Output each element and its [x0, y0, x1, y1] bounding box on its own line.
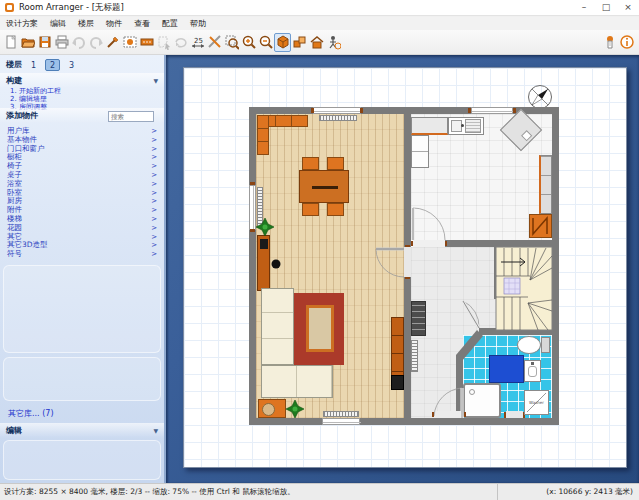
entrance-door-opening[interactable]: [434, 411, 464, 418]
new-project-button[interactable]: [2, 33, 19, 52]
undo-button[interactable]: [70, 33, 87, 52]
close-button[interactable]: ×: [617, 0, 639, 15]
menu-设计方案[interactable]: 设计方案: [0, 17, 44, 30]
kitchen-door-opening[interactable]: [413, 240, 445, 247]
radiator[interactable]: [319, 115, 357, 121]
redo-button[interactable]: [87, 33, 104, 52]
category-卧室[interactable]: 卧室>: [0, 189, 164, 198]
build-section-header[interactable]: 构建 ▼: [0, 73, 164, 88]
category-椅子[interactable]: 椅子>: [0, 162, 164, 171]
living-hall-door-opening[interactable]: [404, 247, 411, 277]
category-其它3D造型[interactable]: 其它3D造型>: [0, 241, 164, 250]
sofa[interactable]: [261, 365, 333, 398]
hall-radiator[interactable]: [411, 340, 418, 372]
window[interactable]: [313, 107, 361, 114]
shower-tray[interactable]: [463, 383, 501, 418]
wall-tool-button[interactable]: [138, 33, 155, 52]
category-厨房[interactable]: 厨房>: [0, 197, 164, 206]
other-libraries-link[interactable]: 其它库... (7): [8, 408, 54, 419]
tv[interactable]: [391, 375, 404, 390]
kitchen-window[interactable]: [471, 107, 513, 114]
window[interactable]: [322, 418, 360, 425]
kitchen-sink[interactable]: [448, 117, 484, 135]
pointer-mode-button[interactable]: [601, 33, 618, 52]
menu-编辑[interactable]: 编辑: [44, 17, 72, 30]
menu-查看[interactable]: 查看: [128, 17, 156, 30]
category-附件[interactable]: 附件>: [0, 206, 164, 215]
open-project-button[interactable]: [19, 33, 36, 52]
view-3d-button[interactable]: [274, 33, 291, 52]
shelf-unit[interactable]: [411, 301, 426, 336]
floor-button-2[interactable]: 2: [45, 59, 60, 71]
menu-帮助[interactable]: 帮助: [184, 17, 212, 30]
sofa[interactable]: [261, 288, 294, 365]
bathroom-left-wall[interactable]: [456, 355, 463, 418]
select-tool-button[interactable]: [155, 33, 172, 52]
floor-button-1[interactable]: 1: [26, 59, 41, 71]
format-brush-button[interactable]: [104, 33, 121, 52]
category-橱柜[interactable]: 橱柜>: [0, 153, 164, 162]
chair[interactable]: [302, 157, 319, 170]
objects-3d-button[interactable]: [291, 33, 308, 52]
category-楼梯[interactable]: 楼梯>: [0, 215, 164, 224]
washer[interactable]: Washer: [524, 390, 549, 415]
partition-wall[interactable]: [404, 114, 411, 247]
chair[interactable]: [302, 203, 319, 216]
design-properties-button[interactable]: [121, 33, 138, 52]
kitchen-hall-wall[interactable]: [445, 240, 552, 247]
category-花园[interactable]: 花园>: [0, 224, 164, 233]
stove[interactable]: [529, 214, 552, 238]
walkthrough-button[interactable]: [325, 33, 342, 52]
bathroom-exterior-door-opening[interactable]: [506, 411, 523, 418]
sidebar: 楼层 123 构建 ▼ 1. 开始新的工程2. 编辑墙壁3. 房间调整 添加物件…: [0, 55, 166, 483]
floor-button-3[interactable]: 3: [64, 59, 79, 71]
floor-plan[interactable]: Washer: [249, 107, 559, 425]
minimize-button[interactable]: –: [573, 0, 595, 15]
edit-section-header[interactable]: 编辑 ▼: [0, 423, 164, 438]
corner-bench[interactable]: [257, 115, 269, 155]
coffee-table[interactable]: [306, 305, 334, 352]
chair[interactable]: [327, 203, 344, 216]
save-project-button[interactable]: [36, 33, 53, 52]
zoom-out-button[interactable]: [257, 33, 274, 52]
rotate-tool-button[interactable]: [172, 33, 189, 52]
measure-tool-button[interactable]: [206, 33, 223, 52]
print-button[interactable]: [53, 33, 70, 52]
chair[interactable]: [327, 157, 344, 170]
about-button[interactable]: [618, 33, 635, 52]
window[interactable]: [249, 185, 256, 230]
toilet[interactable]: [517, 336, 541, 354]
plan-page[interactable]: Washer: [183, 67, 627, 468]
edit-panel: [3, 440, 161, 480]
category-符号[interactable]: 符号>: [0, 250, 164, 259]
maximize-button[interactable]: □: [595, 0, 617, 15]
collapse-chevron-icon[interactable]: ▼: [153, 427, 158, 434]
bath-rug[interactable]: [489, 355, 524, 383]
dining-table[interactable]: [299, 170, 349, 203]
category-浴室[interactable]: 浴室>: [0, 180, 164, 189]
drawing-canvas[interactable]: Washer: [166, 55, 639, 483]
partition-wall[interactable]: [404, 277, 411, 418]
bathroom-top-wall[interactable]: [479, 328, 552, 335]
fridge[interactable]: [411, 135, 429, 168]
zoom-in-button[interactable]: [240, 33, 257, 52]
collapse-chevron-icon[interactable]: ▼: [153, 77, 158, 84]
side-table[interactable]: [258, 399, 286, 418]
menu-楼层[interactable]: 楼层: [72, 17, 100, 30]
menu-配置[interactable]: 配置: [156, 17, 184, 30]
radiator[interactable]: [323, 411, 359, 417]
kitchen-tall-cabinet[interactable]: [539, 155, 552, 214]
search-input[interactable]: [108, 111, 154, 122]
radiator[interactable]: [257, 187, 263, 228]
bathroom-sink[interactable]: [524, 360, 541, 382]
zoom-fit-button[interactable]: [223, 33, 240, 52]
new-project-icon: [3, 34, 18, 50]
kitchen-counter[interactable]: [411, 117, 448, 135]
tall-cabinet[interactable]: [257, 235, 270, 291]
category-门口和窗户[interactable]: 门口和窗户>: [0, 145, 164, 154]
stairs-wall[interactable]: [494, 247, 501, 299]
menu-物件[interactable]: 物件: [100, 17, 128, 30]
dimensions-button[interactable]: 25: [189, 33, 206, 52]
category-桌子[interactable]: 桌子>: [0, 171, 164, 180]
home-3d-button[interactable]: [308, 33, 325, 52]
